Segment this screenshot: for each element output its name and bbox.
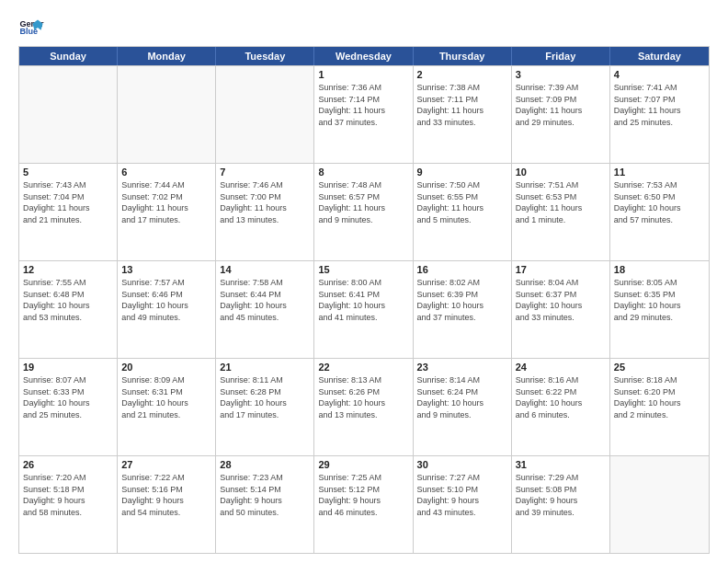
calendar-cell-16: 16Sunrise: 8:02 AM Sunset: 6:39 PM Dayli… (414, 261, 512, 358)
day-number: 23 (417, 362, 507, 373)
day-info: Sunrise: 8:00 AM Sunset: 6:41 PM Dayligh… (318, 277, 408, 323)
day-number: 31 (516, 459, 606, 470)
calendar-cell-9: 9Sunrise: 7:50 AM Sunset: 6:55 PM Daylig… (414, 164, 512, 260)
day-info: Sunrise: 8:11 AM Sunset: 6:28 PM Dayligh… (220, 374, 310, 420)
day-number: 30 (417, 459, 507, 470)
day-number: 16 (417, 264, 507, 275)
day-info: Sunrise: 7:27 AM Sunset: 5:10 PM Dayligh… (417, 472, 507, 518)
calendar-cell-2: 2Sunrise: 7:38 AM Sunset: 7:11 PM Daylig… (414, 66, 512, 163)
day-number: 15 (318, 264, 408, 275)
day-info: Sunrise: 7:23 AM Sunset: 5:14 PM Dayligh… (220, 472, 310, 518)
day-number: 28 (220, 459, 310, 470)
day-info: Sunrise: 7:20 AM Sunset: 5:18 PM Dayligh… (23, 472, 113, 518)
calendar-cell-20: 20Sunrise: 8:09 AM Sunset: 6:31 PM Dayli… (118, 359, 216, 455)
day-number: 8 (318, 167, 408, 178)
calendar-cell-6: 6Sunrise: 7:44 AM Sunset: 7:02 PM Daylig… (118, 164, 216, 260)
day-number: 22 (318, 362, 408, 373)
day-number: 24 (516, 362, 606, 373)
calendar-cell-27: 27Sunrise: 7:22 AM Sunset: 5:16 PM Dayli… (118, 456, 216, 553)
day-info: Sunrise: 8:02 AM Sunset: 6:39 PM Dayligh… (417, 277, 507, 323)
day-number: 2 (417, 69, 507, 80)
day-info: Sunrise: 7:48 AM Sunset: 6:57 PM Dayligh… (318, 179, 408, 225)
day-number: 9 (417, 167, 507, 178)
day-info: Sunrise: 7:43 AM Sunset: 7:04 PM Dayligh… (23, 179, 113, 225)
calendar-cell-15: 15Sunrise: 8:00 AM Sunset: 6:41 PM Dayli… (314, 261, 413, 358)
day-number: 13 (121, 264, 211, 275)
day-info: Sunrise: 7:25 AM Sunset: 5:12 PM Dayligh… (318, 472, 408, 518)
day-number: 4 (614, 69, 705, 80)
header-day-monday: Monday (118, 47, 216, 65)
calendar-cell-22: 22Sunrise: 8:13 AM Sunset: 6:26 PM Dayli… (314, 359, 413, 455)
calendar-cell-3: 3Sunrise: 7:39 AM Sunset: 7:09 PM Daylig… (512, 66, 610, 163)
day-number: 14 (220, 264, 310, 275)
day-info: Sunrise: 7:39 AM Sunset: 7:09 PM Dayligh… (516, 82, 606, 128)
header-day-saturday: Saturday (610, 47, 709, 65)
calendar-cell-empty (19, 66, 118, 163)
calendar-row-2: 5Sunrise: 7:43 AM Sunset: 7:04 PM Daylig… (19, 163, 709, 260)
day-info: Sunrise: 8:13 AM Sunset: 6:26 PM Dayligh… (318, 374, 408, 420)
day-info: Sunrise: 7:55 AM Sunset: 6:48 PM Dayligh… (23, 277, 113, 323)
day-number: 1 (318, 69, 408, 80)
calendar-cell-8: 8Sunrise: 7:48 AM Sunset: 6:57 PM Daylig… (314, 164, 413, 260)
day-info: Sunrise: 7:36 AM Sunset: 7:14 PM Dayligh… (318, 82, 408, 128)
calendar-cell-18: 18Sunrise: 8:05 AM Sunset: 6:35 PM Dayli… (610, 261, 709, 358)
calendar-cell-31: 31Sunrise: 7:29 AM Sunset: 5:08 PM Dayli… (512, 456, 610, 553)
calendar-cell-30: 30Sunrise: 7:27 AM Sunset: 5:10 PM Dayli… (414, 456, 512, 553)
calendar-cell-1: 1Sunrise: 7:36 AM Sunset: 7:14 PM Daylig… (314, 66, 413, 163)
calendar-cell-empty (118, 66, 216, 163)
day-number: 7 (220, 167, 310, 178)
day-info: Sunrise: 8:14 AM Sunset: 6:24 PM Dayligh… (417, 374, 507, 420)
day-info: Sunrise: 7:41 AM Sunset: 7:07 PM Dayligh… (614, 82, 705, 128)
day-info: Sunrise: 7:46 AM Sunset: 7:00 PM Dayligh… (220, 179, 310, 225)
day-info: Sunrise: 8:04 AM Sunset: 6:37 PM Dayligh… (516, 277, 606, 323)
logo-icon: General Blue (18, 15, 44, 40)
day-info: Sunrise: 8:07 AM Sunset: 6:33 PM Dayligh… (23, 374, 113, 420)
calendar: SundayMondayTuesdayWednesdayThursdayFrid… (18, 46, 710, 554)
day-info: Sunrise: 7:44 AM Sunset: 7:02 PM Dayligh… (121, 179, 211, 225)
calendar-cell-13: 13Sunrise: 7:57 AM Sunset: 6:46 PM Dayli… (118, 261, 216, 358)
calendar-cell-26: 26Sunrise: 7:20 AM Sunset: 5:18 PM Dayli… (19, 456, 118, 553)
day-info: Sunrise: 8:05 AM Sunset: 6:35 PM Dayligh… (614, 277, 705, 323)
day-info: Sunrise: 8:18 AM Sunset: 6:20 PM Dayligh… (614, 374, 705, 420)
day-number: 12 (23, 264, 113, 275)
calendar-row-3: 12Sunrise: 7:55 AM Sunset: 6:48 PM Dayli… (19, 260, 709, 358)
calendar-cell-29: 29Sunrise: 7:25 AM Sunset: 5:12 PM Dayli… (314, 456, 413, 553)
calendar-cell-empty (610, 456, 709, 553)
day-number: 10 (516, 167, 606, 178)
day-info: Sunrise: 7:51 AM Sunset: 6:53 PM Dayligh… (516, 179, 606, 225)
header-day-tuesday: Tuesday (216, 47, 314, 65)
day-number: 26 (23, 459, 113, 470)
calendar-cell-19: 19Sunrise: 8:07 AM Sunset: 6:33 PM Dayli… (19, 359, 118, 455)
day-number: 18 (614, 264, 705, 275)
day-info: Sunrise: 8:09 AM Sunset: 6:31 PM Dayligh… (121, 374, 211, 420)
calendar-cell-12: 12Sunrise: 7:55 AM Sunset: 6:48 PM Dayli… (19, 261, 118, 358)
calendar-cell-24: 24Sunrise: 8:16 AM Sunset: 6:22 PM Dayli… (512, 359, 610, 455)
day-number: 25 (614, 362, 705, 373)
calendar-cell-7: 7Sunrise: 7:46 AM Sunset: 7:00 PM Daylig… (216, 164, 314, 260)
day-number: 5 (23, 167, 113, 178)
calendar-cell-empty (216, 66, 314, 163)
calendar-cell-5: 5Sunrise: 7:43 AM Sunset: 7:04 PM Daylig… (19, 164, 118, 260)
day-info: Sunrise: 7:53 AM Sunset: 6:50 PM Dayligh… (614, 179, 705, 225)
day-number: 3 (516, 69, 606, 80)
day-number: 17 (516, 264, 606, 275)
calendar-cell-4: 4Sunrise: 7:41 AM Sunset: 7:07 PM Daylig… (610, 66, 709, 163)
logo: General Blue (18, 15, 48, 40)
day-info: Sunrise: 7:38 AM Sunset: 7:11 PM Dayligh… (417, 82, 507, 128)
header-day-thursday: Thursday (414, 47, 512, 65)
day-info: Sunrise: 7:57 AM Sunset: 6:46 PM Dayligh… (121, 277, 211, 323)
calendar-body: 1Sunrise: 7:36 AM Sunset: 7:14 PM Daylig… (19, 65, 709, 553)
calendar-row-4: 19Sunrise: 8:07 AM Sunset: 6:33 PM Dayli… (19, 358, 709, 455)
day-number: 20 (121, 362, 211, 373)
day-info: Sunrise: 7:22 AM Sunset: 5:16 PM Dayligh… (121, 472, 211, 518)
calendar-cell-25: 25Sunrise: 8:18 AM Sunset: 6:20 PM Dayli… (610, 359, 709, 455)
calendar-cell-21: 21Sunrise: 8:11 AM Sunset: 6:28 PM Dayli… (216, 359, 314, 455)
day-info: Sunrise: 7:58 AM Sunset: 6:44 PM Dayligh… (220, 277, 310, 323)
day-number: 21 (220, 362, 310, 373)
day-number: 19 (23, 362, 113, 373)
calendar-cell-14: 14Sunrise: 7:58 AM Sunset: 6:44 PM Dayli… (216, 261, 314, 358)
calendar-row-5: 26Sunrise: 7:20 AM Sunset: 5:18 PM Dayli… (19, 455, 709, 553)
calendar-row-1: 1Sunrise: 7:36 AM Sunset: 7:14 PM Daylig… (19, 65, 709, 163)
day-info: Sunrise: 7:50 AM Sunset: 6:55 PM Dayligh… (417, 179, 507, 225)
page-header: General Blue (18, 15, 710, 40)
